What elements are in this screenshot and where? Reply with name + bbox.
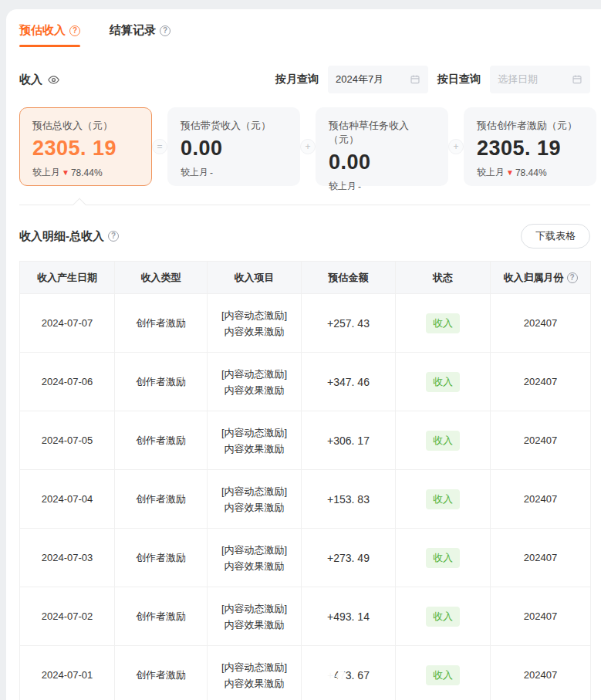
cell-month: 202407: [491, 646, 591, 700]
cell-amount: +306. 17: [302, 411, 396, 470]
cell-project: [内容动态激励]内容效果激励: [208, 587, 302, 646]
watermark-dots: [290, 671, 346, 681]
tab-settlement-records[interactable]: 结算记录: [110, 23, 171, 47]
income-title-text: 收入: [19, 73, 42, 87]
status-badge: 收入: [426, 548, 460, 568]
table-row: 2024-07-07 创作者激励 [内容动态激励]内容效果激励 +257. 43…: [20, 294, 591, 353]
cell-status: 收入: [396, 294, 491, 353]
card-label: 预估种草任务收入（元）: [329, 119, 435, 147]
cell-status: 收入: [396, 411, 491, 470]
card-creator-incentive[interactable]: 预估创作者激励（元） 2305. 19 较上月 78.44%: [464, 107, 596, 186]
table-row: 2024-07-02 创作者激励 [内容动态激励]内容效果激励 +493. 14…: [20, 587, 591, 646]
date-filters: 按月查询 2024年7月 按日查询 选择日期: [275, 66, 590, 93]
cell-amount: +153. 83: [302, 470, 396, 529]
cell-date: 2024-07-04: [20, 470, 115, 529]
cell-amount: +257. 43: [302, 294, 396, 353]
month-picker-input[interactable]: 2024年7月: [328, 66, 428, 93]
cell-amount: +273. 49: [302, 529, 396, 587]
card-label: 预估创作者激励（元）: [477, 119, 583, 133]
card-compare: 较上月 -: [329, 180, 435, 193]
help-icon[interactable]: [160, 25, 171, 36]
cell-status: 收入: [396, 470, 491, 529]
earnings-panel: 预估收入 结算记录 收入 按月查询 2024年7月: [6, 9, 601, 700]
status-badge: 收入: [426, 313, 460, 333]
card-value: 0.00: [329, 150, 435, 174]
cell-type: 创作者激励: [115, 294, 208, 353]
cell-amount: +347. 46: [302, 353, 396, 411]
cell-date: 2024-07-07: [20, 294, 115, 353]
cell-status: 收入: [396, 529, 491, 587]
trend-down-icon: [62, 169, 69, 177]
cell-date: 2024-07-02: [20, 587, 115, 646]
cell-month: 202407: [491, 411, 591, 470]
cell-type: 创作者激励: [115, 646, 208, 700]
calendar-icon: [410, 74, 420, 85]
col-header-month: 收入归属月份: [491, 262, 591, 294]
divider-caret: [73, 198, 86, 211]
card-compare: 较上月 78.44%: [477, 166, 583, 179]
cell-type: 创作者激励: [115, 587, 208, 646]
plus-icon: +: [300, 139, 316, 154]
cell-project: [内容动态激励]内容效果激励: [208, 411, 302, 470]
tab-settlement-records-label: 结算记录: [110, 23, 156, 38]
card-seeding-task-income[interactable]: 预估种草任务收入（元） 0.00 较上月 -: [316, 107, 448, 186]
card-value: 0.00: [181, 137, 287, 161]
cell-date: 2024-07-01: [20, 646, 115, 700]
card-value: 2305. 19: [477, 137, 583, 161]
cell-project: [内容动态激励]内容效果激励: [208, 646, 302, 700]
tab-estimated-income-label: 预估收入: [19, 23, 66, 38]
cell-status: 收入: [396, 353, 491, 411]
detail-title-text: 收入明细-总收入: [19, 229, 104, 244]
status-badge: 收入: [426, 489, 460, 509]
table-row: 2024-07-03 创作者激励 [内容动态激励]内容效果激励 +273. 49…: [20, 529, 591, 587]
top-tabs: 预估收入 结算记录: [19, 23, 590, 47]
cell-date: 2024-07-05: [20, 411, 115, 470]
col-header-status: 状态: [396, 262, 491, 294]
active-tab-underline: [19, 45, 80, 47]
table-row: 2024-07-05 创作者激励 [内容动态激励]内容效果激励 +306. 17…: [20, 411, 591, 470]
col-header-project: 收入项目: [208, 262, 302, 294]
summary-cards: 预估总收入（元） 2305. 19 较上月 78.44% = 预估带货收入（元）…: [19, 107, 590, 186]
cell-type: 创作者激励: [115, 411, 208, 470]
table-header-row: 收入产生日期 收入类型 收入项目 预估金额 状态 收入归属月份: [20, 262, 591, 294]
cell-month: 202407: [491, 529, 591, 587]
income-section-title: 收入: [19, 73, 60, 87]
eye-icon[interactable]: [47, 73, 60, 86]
cell-type: 创作者激励: [115, 470, 208, 529]
cell-amount: +493. 14: [302, 587, 396, 646]
card-compare: 较上月 78.44%: [32, 166, 139, 179]
download-table-button[interactable]: 下载表格: [521, 224, 590, 249]
col-header-amount: 预估金额: [302, 262, 396, 294]
trend-down-icon: [506, 169, 514, 177]
help-icon[interactable]: [108, 231, 119, 242]
month-picker-value: 2024年7月: [336, 73, 383, 86]
day-query-label: 按日查询: [437, 73, 481, 86]
cell-status: 收入: [396, 646, 491, 700]
cell-project: [内容动态激励]内容效果激励: [208, 470, 302, 529]
calendar-icon: [572, 74, 582, 85]
month-query-label: 按月查询: [275, 73, 319, 86]
card-label: 预估带货收入（元）: [181, 119, 287, 133]
status-badge: 收入: [426, 607, 460, 627]
cell-type: 创作者激励: [115, 353, 208, 411]
help-icon[interactable]: [69, 25, 80, 36]
card-total-income[interactable]: 预估总收入（元） 2305. 19 较上月 78.44%: [19, 107, 152, 186]
cell-month: 202407: [491, 470, 591, 529]
table-row: 2024-07-06 创作者激励 [内容动态激励]内容效果激励 +347. 46…: [20, 353, 591, 411]
detail-section-title: 收入明细-总收入: [19, 229, 119, 244]
cell-project: [内容动态激励]内容效果激励: [208, 529, 302, 587]
day-picker-input[interactable]: 选择日期: [490, 66, 590, 93]
col-header-date: 收入产生日期: [20, 262, 115, 294]
equals-icon: =: [152, 139, 167, 154]
cell-project: [内容动态激励]内容效果激励: [208, 353, 302, 411]
income-detail-table: 收入产生日期 收入类型 收入项目 预估金额 状态 收入归属月份 2024-07-…: [19, 261, 591, 700]
card-goods-income[interactable]: 预估带货收入（元） 0.00 较上月 -: [167, 107, 300, 186]
cell-status: 收入: [396, 587, 491, 646]
status-badge: 收入: [426, 665, 460, 685]
day-picker-placeholder: 选择日期: [498, 73, 538, 86]
tab-estimated-income[interactable]: 预估收入: [19, 23, 80, 47]
help-icon[interactable]: [567, 272, 578, 283]
plus-icon: +: [448, 139, 464, 154]
card-label: 预估总收入（元）: [32, 119, 139, 133]
cell-type: 创作者激励: [115, 529, 208, 587]
